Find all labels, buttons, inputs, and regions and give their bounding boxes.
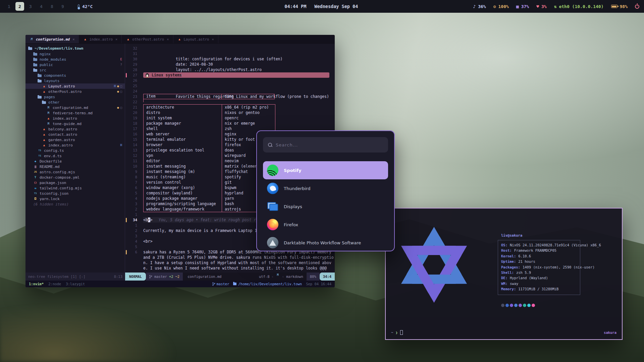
file-tree-item[interactable]: contact.astro: [25, 132, 125, 137]
md-table-row: webdev language/frameworkastrojs: [144, 206, 275, 212]
md-table-cell-name: openrc: [222, 115, 275, 121]
editor-tab[interactable]: Layout.astro ×: [173, 35, 218, 43]
disk-module[interactable]: ▦ 37%: [516, 4, 529, 9]
power-button[interactable]: [635, 4, 639, 9]
file-tree-item[interactable]: pages: [25, 94, 125, 100]
shell-prompt[interactable]: ~ ❯: [391, 330, 403, 335]
launcher-search[interactable]: [263, 137, 388, 153]
volume-module[interactable]: ♪ 36%: [473, 4, 486, 9]
file-tree-item[interactable]: configuration.md ●□: [25, 105, 125, 110]
file-tree-item-label: index.astro: [48, 143, 73, 147]
gutter-row: [125, 255, 141, 260]
file-tree-item[interactable]: other: [25, 100, 125, 105]
clock[interactable]: 04:44 PM Wednesday Sep 04: [284, 4, 358, 9]
file-tree-item[interactable]: tsconfig.json: [25, 191, 125, 196]
md-table-separator-row: [143, 99, 335, 105]
file-tree-item[interactable]: index.astro H: [25, 142, 125, 148]
tmux-window[interactable]: 2:node: [48, 282, 61, 286]
editor-tab[interactable]: otherPost.astro ×: [122, 35, 173, 43]
gutter-row: 30: [125, 56, 141, 62]
workspace-button[interactable]: 2: [15, 2, 24, 11]
prompt-path: ~: [391, 330, 393, 335]
gutter-row: [125, 260, 141, 265]
file-tree-item[interactable]: layouts: [25, 78, 125, 83]
temperature-module[interactable]: 42°C: [78, 4, 93, 9]
file-tree-item[interactable]: nginx: [25, 51, 125, 57]
app-launcher[interactable]: Spotify Thunderbird Displays Firefox Dar…: [256, 130, 395, 251]
file-tree-item[interactable]: tailwind.config.mjs: [25, 185, 125, 191]
terminal-color-swatch: [510, 304, 513, 307]
file-tree-item[interactable]: astro.config.mjs: [25, 169, 125, 175]
file-tree-item[interactable]: balcony.astro: [25, 126, 125, 132]
health-module[interactable]: ♥ 3%: [536, 4, 546, 9]
tab-close-icon[interactable]: ×: [167, 37, 169, 41]
tab-close-icon[interactable]: ×: [212, 37, 214, 41]
terminal-color-swatch: [519, 304, 522, 307]
launcher-item[interactable]: Displays: [263, 197, 388, 216]
astro-file-icon: [46, 116, 51, 121]
file-tree-item[interactable]: garden.astro: [25, 137, 125, 142]
battery-module[interactable]: 98%: [611, 4, 628, 9]
file-tree-root[interactable]: ~/Development/liv.town: [25, 46, 125, 51]
file-tree-item[interactable]: node_modules E: [25, 57, 125, 62]
fetch-info-value: zsh 5.9: [516, 270, 531, 275]
cursor-line-post: >: [150, 218, 153, 222]
file-tree-item[interactable]: components: [25, 73, 125, 78]
terminal-color-swatch: [514, 304, 518, 307]
tmux-window[interactable]: 1:nvim*: [29, 282, 44, 286]
editor-line-text: Currently, my main device is a Framework…: [143, 228, 259, 233]
git-blame-text: You, 5 days ago • feat: write rough post…: [159, 218, 259, 222]
line-number: 5: [127, 191, 141, 195]
workspace-button[interactable]: 4: [37, 2, 46, 11]
workspace-button[interactable]: 9: [58, 2, 67, 11]
file-tree-item[interactable]: public ?: [25, 62, 125, 67]
file-tree-item[interactable]: tone-guide.md: [25, 121, 125, 126]
file-tree-item[interactable]: yarn.lock: [25, 196, 125, 201]
tmux-window[interactable]: 3:lazygit: [66, 282, 85, 286]
file-tree-item-badges: ●□: [117, 90, 122, 93]
statusline-filetype: markdown: [286, 273, 303, 281]
file-tree-item[interactable]: fediverse-terms.md: [25, 110, 125, 116]
file-tree-item-label: package.json: [40, 181, 66, 185]
file-tree-item-label: balcony.astro: [48, 127, 77, 131]
workspace-button[interactable]: 1: [5, 2, 13, 11]
typescript-file-icon: [33, 191, 38, 196]
launcher-item[interactable]: Thunderbird: [263, 179, 388, 197]
launcher-item[interactable]: Firefox: [263, 216, 388, 234]
firefox-icon: [267, 219, 278, 230]
workspace-button[interactable]: 8: [48, 2, 56, 11]
terminal-color-swatch: [527, 304, 531, 307]
gear-module[interactable]: ⚙ 100%: [493, 4, 509, 9]
editor-line-text: layout: ../../layouts/otherPost.astro: [176, 67, 262, 72]
markdown-file-icon: [46, 111, 51, 115]
workspace-button[interactable]: 3: [26, 2, 35, 11]
launcher-item[interactable]: Darktable Photo Workflow Software: [263, 234, 388, 251]
fetch-info-row: Packages 1409 (nix-system), 2590 (nix-us…: [501, 264, 601, 270]
tab-close-icon[interactable]: ×: [115, 37, 117, 41]
file-tree-item[interactable]: src: [25, 67, 125, 73]
file-tree-item[interactable]: config.ts: [25, 148, 125, 153]
file-tree-item[interactable]: README.md: [25, 164, 125, 169]
tab-close-icon[interactable]: ×: [72, 37, 74, 41]
md-table-cell-item: instant messaging: [144, 164, 222, 169]
editor-tab[interactable]: configuration.md ×: [25, 35, 79, 43]
file-tree-item[interactable]: env.d.ts: [25, 153, 125, 159]
file-tree-item-label: Dockerfile: [40, 159, 62, 164]
fetch-terminal-window[interactable]: liv@sakura OS NixOS 24.11.20240828.71e91…: [385, 208, 623, 340]
file-tree-item[interactable]: Layout.astro H●□: [25, 83, 125, 89]
network-module[interactable]: ⇅ eth0 (10.0.0.140): [554, 4, 604, 9]
file-tree-panel[interactable]: ~/Development/liv.town nginx node_module…: [25, 44, 125, 273]
file-tree-item[interactable]: otherPost.astro ●□: [25, 89, 125, 94]
docker-file-icon: [33, 159, 38, 164]
file-tree-item[interactable]: Dockerfile: [25, 159, 125, 164]
file-tree-item[interactable]: package.json: [25, 180, 125, 185]
md-table-cell-item: web server: [144, 131, 222, 137]
editor-tab[interactable]: index.astro ×: [79, 35, 122, 43]
launcher-item[interactable]: Spotify: [263, 161, 388, 179]
clock-time: 04:44 PM: [284, 4, 306, 9]
search-input[interactable]: [276, 142, 383, 147]
line-number: 14: [127, 143, 141, 147]
file-tree-item[interactable]: index.astro: [25, 116, 125, 121]
file-tree-item-label: tsconfig.json: [40, 191, 68, 196]
file-tree-item[interactable]: docker-compose.yml: [25, 175, 125, 180]
